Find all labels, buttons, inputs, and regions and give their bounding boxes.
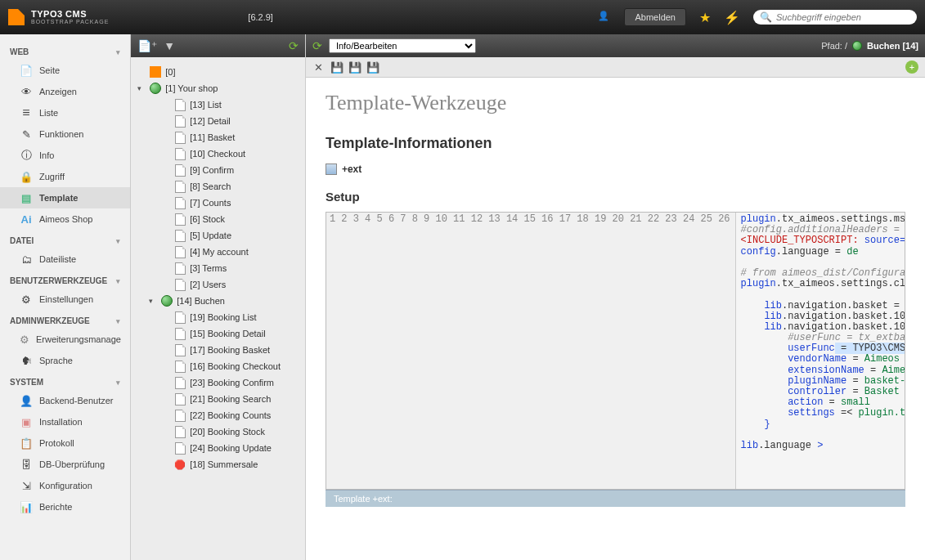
- module-item-aimeos-shop[interactable]: AiAimeos Shop: [0, 208, 130, 230]
- tree-node[interactable]: [0]: [134, 64, 302, 80]
- tree-node-label: [9] Confirm: [190, 165, 234, 175]
- tree-node[interactable]: [23] Booking Confirm: [134, 374, 302, 391]
- stop-icon: 🛑: [173, 458, 186, 471]
- tree-node[interactable]: [3] Terms: [134, 260, 302, 276]
- tree-node[interactable]: [5] Update: [134, 227, 302, 244]
- modgroup-header[interactable]: SYSTEM▾: [0, 371, 130, 390]
- path-page[interactable]: Buchen [14]: [867, 41, 918, 51]
- tree-node-label: [13] List: [190, 100, 222, 110]
- module-item-seite[interactable]: Seite: [0, 60, 130, 81]
- tree-node[interactable]: [10] Checkout: [134, 146, 302, 162]
- save-close-icon[interactable]: 💾: [348, 60, 361, 74]
- module-item-template[interactable]: Template: [0, 187, 130, 208]
- logout-button[interactable]: Abmelden: [624, 8, 686, 26]
- code-editor[interactable]: 1 2 3 4 5 6 7 8 9 10 11 12 13 14 15 16 1…: [326, 212, 905, 490]
- module-item-label: Dateiliste: [39, 254, 76, 264]
- tree-node[interactable]: [17] Booking Basket: [134, 342, 302, 358]
- pagetree: [0]▾[1] Your shop[13] List[12] Detail[11…: [131, 57, 305, 560]
- template-ext-toggle[interactable]: +ext: [326, 164, 905, 175]
- bookmark-icon[interactable]: ★: [699, 10, 711, 25]
- tree-node[interactable]: [19] Booking List: [134, 309, 302, 325]
- module-item-funktionen[interactable]: Funktionen: [0, 123, 130, 145]
- tree-node[interactable]: [2] Users: [134, 276, 302, 293]
- tree-node[interactable]: ▾[14] Buchen: [134, 293, 302, 309]
- tree-node-label: [5] Update: [190, 231, 231, 240]
- module-item-einstellungen[interactable]: Einstellungen: [0, 289, 130, 310]
- modgroup-header[interactable]: ADMINWERKZEUGE▾: [0, 310, 130, 329]
- tree-node[interactable]: [8] Search: [134, 178, 302, 195]
- module-item-anzeigen[interactable]: Anzeigen: [0, 81, 130, 102]
- tree-node[interactable]: [11] Basket: [134, 129, 302, 146]
- search-input[interactable]: [776, 12, 909, 22]
- logo-sub: BOOTSTRAP PACKAGE: [31, 19, 109, 25]
- page-title: Template-Werkzeuge: [326, 91, 905, 115]
- close-icon[interactable]: ✕: [312, 60, 326, 74]
- doc-toolbar: ✕ 💾 💾 💾 +: [306, 57, 925, 78]
- globe-icon: [852, 41, 862, 51]
- tree-node-label: [21] Booking Search: [190, 394, 271, 404]
- module-item-label: Info: [39, 150, 54, 160]
- tree-node-label: [11] Basket: [190, 132, 235, 142]
- add-icon[interactable]: +: [905, 60, 918, 74]
- conf-icon: [20, 479, 33, 492]
- tree-node-label: [22] Booking Counts: [190, 410, 271, 420]
- module-item-label: Erweiterungsmanage: [36, 334, 121, 344]
- save-icon[interactable]: 💾: [330, 60, 344, 74]
- page-icon: [173, 311, 186, 324]
- page-icon: [173, 196, 186, 209]
- logo[interactable]: TYPO3 CMS BOOTSTRAP PACKAGE: [8, 9, 109, 25]
- function-select[interactable]: Info/Bearbeiten: [329, 38, 476, 53]
- code-content[interactable]: plugin.tx_aimeos.settings.mshop.locale.s…: [736, 213, 905, 489]
- tree-node-label: [23] Booking Confirm: [190, 378, 274, 388]
- tree-node[interactable]: [9] Confirm: [134, 162, 302, 178]
- module-item-label: Template: [39, 193, 78, 203]
- refresh-content-icon[interactable]: ⟳: [312, 39, 322, 52]
- module-item-sprache[interactable]: Sprache: [0, 350, 130, 371]
- tree-node[interactable]: 🛑[18] Summersale: [134, 456, 302, 473]
- tree-node[interactable]: [20] Booking Stock: [134, 423, 302, 440]
- tree-node[interactable]: [24] Booking Update: [134, 440, 302, 456]
- tree-node-label: [8] Search: [190, 181, 231, 191]
- modgroup-header[interactable]: WEB▾: [0, 41, 130, 60]
- module-item-berichte[interactable]: Berichte: [0, 496, 130, 517]
- module-item-konfiguration[interactable]: Konfiguration: [0, 475, 130, 496]
- tree-node[interactable]: [7] Counts: [134, 195, 302, 211]
- tree-node-label: [16] Booking Checkout: [190, 361, 281, 371]
- tree-node-label: [1] Your shop: [165, 83, 218, 93]
- search-box[interactable]: [753, 10, 917, 25]
- new-page-icon[interactable]: 📄⁺: [137, 39, 157, 52]
- setup-heading: Setup: [326, 190, 905, 204]
- modgroup-header[interactable]: BENUTZERWERKZEUGE▾: [0, 270, 130, 289]
- module-item-erweiterungsmanage[interactable]: Erweiterungsmanage: [0, 329, 130, 350]
- tree-node[interactable]: [16] Booking Checkout: [134, 358, 302, 374]
- page-icon: [173, 147, 186, 160]
- tree-node[interactable]: [21] Booking Search: [134, 391, 302, 407]
- module-item-db-berpr-fung[interactable]: DB-Überprüfung: [0, 454, 130, 475]
- tree-node[interactable]: [12] Detail: [134, 113, 302, 129]
- report-icon: [20, 500, 33, 513]
- module-item-info[interactable]: Info: [0, 145, 130, 166]
- module-item-dateiliste[interactable]: Dateiliste: [0, 249, 130, 270]
- module-item-zugriff[interactable]: Zugriff: [0, 166, 130, 187]
- pagetree-toolbar: 📄⁺ ⟳: [131, 34, 305, 57]
- clear-cache-icon[interactable]: ⚡: [724, 10, 740, 25]
- tree-node-label: [2] Users: [190, 280, 226, 289]
- user-icon[interactable]: 👤: [598, 11, 611, 24]
- module-item-installation[interactable]: Installation: [0, 411, 130, 432]
- tree-node[interactable]: [15] Booking Detail: [134, 325, 302, 342]
- tree-node[interactable]: [6] Stock: [134, 211, 302, 227]
- tree-node[interactable]: [13] List: [134, 96, 302, 113]
- tree-node[interactable]: [4] My account: [134, 244, 302, 260]
- tree-node[interactable]: ▾[1] Your shop: [134, 80, 302, 96]
- page-icon: [173, 376, 186, 389]
- module-item-backend-benutzer[interactable]: Backend-Benutzer: [0, 390, 130, 411]
- refresh-tree-icon[interactable]: ⟳: [289, 39, 299, 52]
- module-item-protokoll[interactable]: Protokoll: [0, 432, 130, 454]
- tree-node[interactable]: [22] Booking Counts: [134, 407, 302, 423]
- tree-node-label: [4] My account: [190, 247, 249, 257]
- files-icon: [20, 253, 33, 266]
- save-view-icon[interactable]: 💾: [366, 60, 379, 74]
- filter-icon[interactable]: [164, 39, 175, 52]
- modgroup-header[interactable]: DATEI▾: [0, 230, 130, 249]
- module-item-liste[interactable]: Liste: [0, 102, 130, 123]
